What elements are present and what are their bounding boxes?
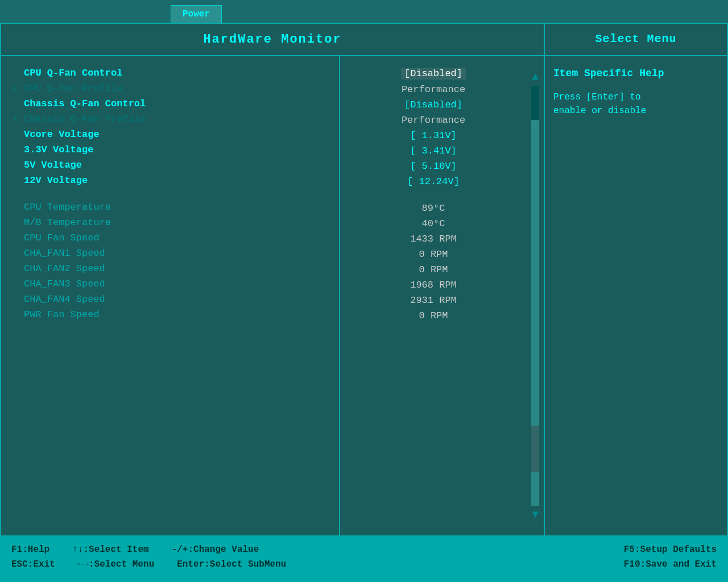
menu-label: CHA_FAN3 Speed [24, 278, 328, 289]
main-content: HardWare Monitor Select Menu CPU Q-Fan C… [0, 23, 728, 537]
footer-select-item: ↑↓:Select Item [72, 544, 148, 555]
value-cpu-qfan-control[interactable]: [Disabled] [346, 68, 521, 80]
value-cpu-temp: 89°C [346, 203, 521, 214]
menu-item-cpu-temp: CPU Temperature [13, 202, 328, 213]
menu-item-cpu-fan-speed: CPU Fan Speed [13, 232, 328, 243]
value-33v-val: [ 3.41V] [410, 146, 457, 156]
menu-item-mb-temp: M/B Temperature [13, 217, 328, 228]
menu-item-33v-voltage[interactable]: 3.3V Voltage [13, 144, 328, 155]
values-column: [Disabled] Performance [Disabled] Perfor… [340, 68, 527, 524]
footer-key-esc: ESC: [11, 559, 33, 569]
footer-key-lr-arrows: ←→: [78, 559, 94, 569]
footer-key-plusminus: -/+: [172, 544, 193, 555]
value-chassis-qfan-control[interactable]: [Disabled] [346, 99, 521, 110]
menu-label: CPU Fan Speed [24, 232, 328, 243]
menu-item-cha-fan2: CHA_FAN2 Speed [13, 263, 328, 274]
footer-select-menu: ←→:Select Menu [78, 559, 154, 569]
bios-screen: Power HardWare Monitor Select Menu CPU Q… [0, 0, 728, 582]
menu-item-cha-fan4: CHA_FAN4 Speed [13, 294, 328, 305]
content-row: CPU Q-Fan Control x CPU Q-Fan Profile Ch… [1, 56, 727, 535]
footer-desc-exit: Exit [33, 559, 55, 569]
menu-label: CHA_FAN2 Speed [24, 263, 328, 274]
menu-label: CPU Temperature [24, 202, 328, 213]
menu-label: CHA_FAN1 Speed [24, 248, 328, 259]
value-pwr-fan: 0 RPM [346, 310, 521, 321]
value-pwr-fan-val: 0 RPM [419, 310, 448, 321]
menu-item-chassis-qfan-control[interactable]: Chassis Q-Fan Control [13, 98, 328, 109]
footer-key-f1: F1: [11, 544, 28, 555]
menu-label: 12V Voltage [24, 175, 328, 186]
footer-f1-help: F1:Help [11, 544, 49, 555]
footer-esc-exit: ESC:Exit [11, 559, 55, 569]
value-12v-val: [ 12.24V] [407, 176, 460, 187]
header-row: HardWare Monitor Select Menu [1, 24, 727, 56]
value-cha-fan2: 0 RPM [346, 264, 521, 275]
footer-f5-defaults: F5:Setup Defaults [624, 544, 717, 555]
value-vcore: [ 1.31V] [346, 130, 521, 141]
footer-key-enter: Enter: [177, 559, 210, 569]
footer: F1:Help ↑↓:Select Item -/+:Change Value … [0, 537, 728, 582]
value-5v-val: [ 5.10V] [410, 161, 457, 172]
menu-label: M/B Temperature [24, 217, 328, 228]
value-performance-1: Performance [402, 84, 465, 95]
footer-row-1: F1:Help ↑↓:Select Item -/+:Change Value [11, 544, 624, 555]
footer-desc-select-menu: Select Menu [94, 559, 155, 569]
value-cpu-fan-speed: 1433 RPM [346, 234, 521, 244]
right-panel: Item Specific Help Press [Enter] to enab… [545, 56, 727, 535]
footer-f10-save: F10:Save and Exit [624, 559, 717, 569]
value-cpu-qfan-profile: Performance [346, 84, 521, 95]
value-cpu-temp-val: 89°C [422, 203, 445, 214]
menu-prefix: x [13, 83, 24, 94]
tab-bar: Power [0, 0, 728, 23]
value-cha-fan1-val: 0 RPM [419, 249, 448, 260]
menu-label: Chassis Q-Fan Profile [24, 114, 328, 124]
menu-prefix: x [13, 114, 24, 124]
value-cha-fan4: 2931 RPM [346, 295, 521, 306]
footer-left: F1:Help ↑↓:Select Item -/+:Change Value … [11, 544, 624, 574]
menu-label: 5V Voltage [24, 160, 328, 171]
value-disabled-chassis: [Disabled] [404, 99, 462, 110]
footer-desc-select-item: Select Item [89, 544, 149, 555]
footer-desc-submenu: Select SubMenu [210, 559, 286, 569]
menu-item-5v-voltage[interactable]: 5V Voltage [13, 160, 328, 171]
value-mb-temp: 40°C [346, 218, 521, 229]
menu-label: 3.3V Voltage [24, 144, 328, 155]
value-cha-fan2-val: 0 RPM [419, 264, 448, 275]
footer-desc-help: Help [28, 544, 49, 555]
menu-item-pwr-fan: PWR Fan Speed [13, 309, 328, 320]
menu-label: PWR Fan Speed [24, 309, 328, 320]
footer-enter-submenu: Enter:Select SubMenu [177, 559, 286, 569]
menu-label: CPU Q-Fan Control [24, 68, 328, 78]
value-cha-fan3-val: 1968 RPM [410, 280, 457, 290]
scroll-down-arrow[interactable]: ▼ [532, 508, 539, 521]
main-title: HardWare Monitor [1, 24, 545, 55]
tab-power[interactable]: Power [171, 5, 222, 23]
scroll-thumb-bottom [531, 426, 539, 472]
value-cha-fan4-val: 2931 RPM [410, 295, 457, 306]
menu-item-cha-fan3: CHA_FAN3 Speed [13, 278, 328, 289]
value-vcore-val: [ 1.31V] [410, 130, 457, 141]
menu-label: Vcore Voltage [24, 129, 328, 140]
scrollbar[interactable]: ▲ ▼ [527, 68, 544, 524]
value-cpu-fan-val: 1433 RPM [410, 234, 457, 244]
footer-desc-change-value: Change Value [193, 544, 259, 555]
scroll-up-arrow[interactable]: ▲ [532, 70, 539, 84]
menu-item-12v-voltage[interactable]: 12V Voltage [13, 175, 328, 186]
menu-label: CHA_FAN4 Speed [24, 294, 328, 305]
scroll-track[interactable] [531, 86, 539, 506]
middle-panel: [Disabled] Performance [Disabled] Perfor… [340, 56, 545, 535]
value-5v: [ 5.10V] [346, 161, 521, 172]
value-chassis-qfan-profile: Performance [346, 115, 521, 126]
value-cha-fan3: 1968 RPM [346, 280, 521, 290]
footer-right: F5:Setup Defaults F10:Save and Exit [624, 544, 717, 574]
menu-label: Chassis Q-Fan Control [24, 98, 328, 109]
footer-row-2: ESC:Exit ←→:Select Menu Enter:Select Sub… [11, 559, 624, 569]
menu-item-cpu-qfan-control[interactable]: CPU Q-Fan Control [13, 68, 328, 78]
scroll-thumb-top [531, 86, 539, 120]
footer-change-value: -/+:Change Value [172, 544, 259, 555]
help-text-line2: enable or disable [553, 104, 718, 118]
left-panel: CPU Q-Fan Control x CPU Q-Fan Profile Ch… [1, 56, 340, 535]
side-title: Select Menu [545, 24, 727, 55]
menu-item-vcore-voltage[interactable]: Vcore Voltage [13, 129, 328, 140]
value-disabled-highlighted: [Disabled] [401, 68, 466, 80]
